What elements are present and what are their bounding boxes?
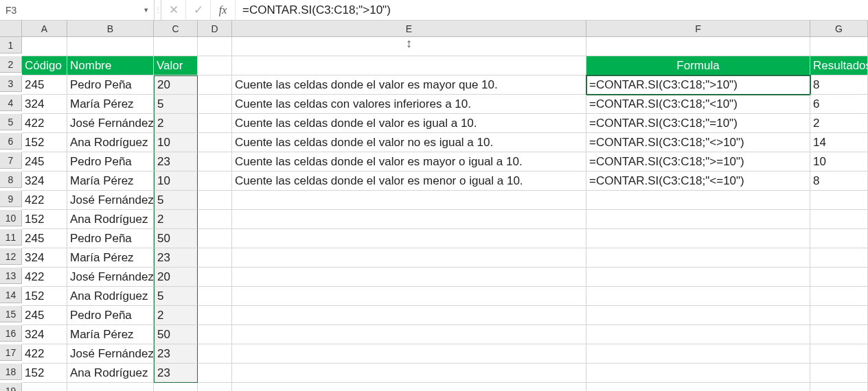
col-header-B[interactable]: B — [67, 21, 154, 37]
cell-B10[interactable]: Ana Rodríguez — [67, 210, 154, 229]
cell-D4[interactable] — [198, 95, 232, 114]
cell-D13[interactable] — [198, 268, 232, 287]
cell-G1[interactable] — [810, 37, 868, 56]
cell-F2[interactable]: Formula — [586, 56, 810, 75]
cell-C3[interactable]: 20 — [154, 75, 198, 95]
cell-G17[interactable] — [810, 344, 868, 364]
cell-A19[interactable] — [22, 383, 67, 391]
cell-C11[interactable]: 50 — [154, 229, 198, 248]
cell-A4[interactable]: 324 — [22, 95, 67, 114]
cell-E7[interactable]: Cuente las celdas donde el valor es mayo… — [232, 152, 586, 171]
name-box[interactable]: F3 ▾ — [0, 0, 155, 20]
cell-F9[interactable] — [586, 191, 810, 210]
cell-C4[interactable]: 5 — [154, 95, 198, 114]
cell-B8[interactable]: María Pérez — [67, 171, 154, 191]
cell-B5[interactable]: José Fernández — [67, 114, 154, 133]
cancel-icon[interactable]: ✕ — [161, 0, 186, 21]
cell-D19[interactable] — [198, 383, 232, 391]
cell-F7[interactable]: =CONTAR.SI(C3:C18;">=10") — [586, 152, 810, 171]
cell-B15[interactable]: Pedro Peña — [67, 306, 154, 325]
cell-D2[interactable] — [198, 56, 232, 75]
cell-B7[interactable]: Pedro Peña — [67, 152, 154, 171]
cell-D7[interactable] — [198, 152, 232, 171]
cell-B16[interactable]: María Pérez — [67, 325, 154, 344]
cell-G16[interactable] — [810, 325, 868, 344]
cell-E11[interactable] — [232, 229, 586, 248]
cell-G15[interactable] — [810, 306, 868, 325]
col-header-A[interactable]: A — [22, 21, 67, 37]
cell-A17[interactable]: 422 — [22, 344, 67, 364]
cell-E14[interactable] — [232, 287, 586, 306]
cell-F15[interactable] — [586, 306, 810, 325]
cell-G19[interactable] — [810, 383, 868, 391]
cell-G7[interactable]: 10 — [810, 152, 868, 171]
cell-E2[interactable] — [232, 56, 586, 75]
cell-A12[interactable]: 324 — [22, 248, 67, 268]
cell-D17[interactable] — [198, 344, 232, 364]
row-header-15[interactable]: 15 — [0, 306, 22, 322]
cell-E16[interactable] — [232, 325, 586, 344]
row-header-10[interactable]: 10 — [0, 210, 22, 226]
cell-G11[interactable] — [810, 229, 868, 248]
row-header-13[interactable]: 13 — [0, 268, 22, 284]
cell-B12[interactable]: María Pérez — [67, 248, 154, 268]
cell-B9[interactable]: José Fernández — [67, 191, 154, 210]
cell-G3[interactable]: 8 — [810, 75, 868, 95]
cell-A2[interactable]: Código — [22, 56, 67, 75]
cell-B11[interactable]: Pedro Peña — [67, 229, 154, 248]
cell-F12[interactable] — [586, 248, 810, 268]
row-header-3[interactable]: 3 — [0, 75, 22, 92]
cell-A5[interactable]: 422 — [22, 114, 67, 133]
cell-C8[interactable]: 10 — [154, 171, 198, 191]
cell-F8[interactable]: =CONTAR.SI(C3:C18;"<=10") — [586, 171, 810, 191]
cell-A10[interactable]: 152 — [22, 210, 67, 229]
cell-F14[interactable] — [586, 287, 810, 306]
cell-D12[interactable] — [198, 248, 232, 268]
cell-G8[interactable]: 8 — [810, 171, 868, 191]
col-header-C[interactable]: C — [154, 21, 198, 37]
cell-A9[interactable]: 422 — [22, 191, 67, 210]
cell-D3[interactable] — [198, 75, 232, 95]
cell-A16[interactable]: 324 — [22, 325, 67, 344]
cell-D14[interactable] — [198, 287, 232, 306]
cell-F13[interactable] — [586, 268, 810, 287]
row-header-19[interactable]: 19 — [0, 383, 22, 391]
cell-A7[interactable]: 245 — [22, 152, 67, 171]
cell-E10[interactable] — [232, 210, 586, 229]
cell-D10[interactable] — [198, 210, 232, 229]
cell-D11[interactable] — [198, 229, 232, 248]
row-header-11[interactable]: 11 — [0, 229, 22, 246]
cell-E17[interactable] — [232, 344, 586, 364]
cell-G14[interactable] — [810, 287, 868, 306]
cell-C7[interactable]: 23 — [154, 152, 198, 171]
row-header-6[interactable]: 6 — [0, 133, 22, 150]
cell-C15[interactable]: 2 — [154, 306, 198, 325]
cell-E18[interactable] — [232, 364, 586, 383]
cell-B3[interactable]: Pedro Peña — [67, 75, 154, 95]
cell-G9[interactable] — [810, 191, 868, 210]
cell-A3[interactable]: 245 — [22, 75, 67, 95]
cell-F5[interactable]: =CONTAR.SI(C3:C18;"=10") — [586, 114, 810, 133]
cell-C10[interactable]: 2 — [154, 210, 198, 229]
row-header-9[interactable]: 9 — [0, 191, 22, 207]
cell-E15[interactable] — [232, 306, 586, 325]
cell-C14[interactable]: 5 — [154, 287, 198, 306]
fx-icon[interactable]: fx — [211, 0, 236, 21]
cell-E6[interactable]: Cuente las celdas donde el valor no es i… — [232, 133, 586, 152]
row-header-8[interactable]: 8 — [0, 171, 22, 188]
row-header-18[interactable]: 18 — [0, 364, 22, 380]
cell-G12[interactable] — [810, 248, 868, 268]
cell-E4[interactable]: Cuente las celdas con valores inferiores… — [232, 95, 586, 114]
cell-G18[interactable] — [810, 364, 868, 383]
cell-A13[interactable]: 422 — [22, 268, 67, 287]
row-header-2[interactable]: 2 — [0, 56, 22, 73]
cell-B13[interactable]: José Fernández — [67, 268, 154, 287]
cell-B2[interactable]: Nombre — [67, 56, 154, 75]
cell-C6[interactable]: 10 — [154, 133, 198, 152]
cell-B14[interactable]: Ana Rodríguez — [67, 287, 154, 306]
select-all-corner[interactable] — [0, 21, 22, 37]
cell-A15[interactable]: 245 — [22, 306, 67, 325]
cell-A18[interactable]: 152 — [22, 364, 67, 383]
cell-E19[interactable] — [232, 383, 586, 391]
cell-A14[interactable]: 152 — [22, 287, 67, 306]
